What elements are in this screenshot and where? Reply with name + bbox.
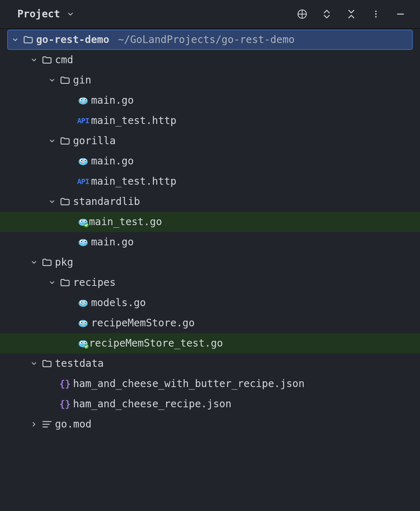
tree-label: cmd xyxy=(55,55,73,65)
svg-point-35 xyxy=(85,301,86,303)
svg-point-28 xyxy=(81,241,82,242)
svg-point-40 xyxy=(81,322,82,323)
chevron-down-icon[interactable] xyxy=(47,198,57,205)
tree-label: testdata xyxy=(55,358,104,369)
tree-label: standardlib xyxy=(73,197,140,207)
tree-row-file[interactable]: go.mod xyxy=(0,414,420,434)
go-file-icon xyxy=(75,297,91,308)
svg-point-10 xyxy=(81,99,82,100)
more-options-icon[interactable] xyxy=(367,5,385,23)
tree-row-folder[interactable]: gin xyxy=(0,70,420,90)
tree-row-file[interactable]: · models.go xyxy=(0,293,420,313)
tree-row-file[interactable]: · recipeMemStore.go xyxy=(0,313,420,333)
chevron-down-icon[interactable] xyxy=(67,10,74,18)
folder-icon xyxy=(57,75,73,86)
project-toolbar: Project xyxy=(0,0,420,29)
svg-point-3 xyxy=(375,10,377,12)
go-file-icon xyxy=(75,237,91,248)
chevron-down-icon[interactable] xyxy=(10,36,20,43)
tree-label: main_test.go xyxy=(89,217,162,227)
minimize-icon[interactable] xyxy=(392,5,409,23)
tree-label: go-rest-demo xyxy=(36,35,109,45)
tree-row-folder[interactable]: cmd xyxy=(0,50,420,70)
folder-icon xyxy=(39,55,55,65)
svg-point-7 xyxy=(79,97,88,104)
tree-label: pkg xyxy=(55,257,73,267)
svg-point-12 xyxy=(82,101,84,103)
tree-row-file[interactable]: · {} ham_and_cheese_recipe.json xyxy=(0,394,420,414)
chevron-down-icon[interactable] xyxy=(29,360,39,367)
tree-label: recipes xyxy=(73,278,116,288)
select-opened-file-icon[interactable] xyxy=(293,5,311,23)
tree-label: main.go xyxy=(91,237,134,247)
chevron-down-icon[interactable] xyxy=(29,259,39,266)
tree-row-file[interactable]: · API main_test.http xyxy=(0,111,420,131)
svg-point-5 xyxy=(375,16,377,17)
folder-icon xyxy=(20,34,36,45)
svg-point-36 xyxy=(82,304,84,305)
tree-row-file[interactable]: · main.go xyxy=(0,90,420,111)
svg-point-23 xyxy=(85,220,86,222)
tree-label: ham_and_cheese_with_butter_recipe.json xyxy=(73,379,305,389)
project-panel: Project go-rest-demo xyxy=(0,0,420,434)
tree-label: recipeMemStore_test.go xyxy=(89,338,223,348)
project-tree: go-rest-demo ~/GoLandProjects/go-rest-de… xyxy=(0,29,420,434)
tree-row-file[interactable]: · main.go xyxy=(0,232,420,252)
tree-row-file[interactable]: · API main_test.http xyxy=(0,171,420,192)
chevron-down-icon[interactable] xyxy=(29,56,39,64)
tree-label: recipeMemStore.go xyxy=(91,318,195,328)
tree-row-file[interactable]: · main.go xyxy=(0,151,420,171)
svg-point-41 xyxy=(85,322,86,323)
tree-row-file[interactable]: · recipeMemStore_test.go xyxy=(0,333,420,353)
go-file-icon xyxy=(75,156,91,167)
json-file-icon: {} xyxy=(57,379,73,388)
folder-icon xyxy=(39,257,55,268)
chevron-right-icon[interactable] xyxy=(29,421,39,428)
api-file-icon: API xyxy=(75,178,91,185)
tree-row-file[interactable]: · main_test.go xyxy=(0,212,420,232)
svg-point-11 xyxy=(85,99,86,100)
tree-label: main_test.http xyxy=(91,176,176,186)
tree-row-folder[interactable]: testdata xyxy=(0,353,420,374)
chevron-down-icon[interactable] xyxy=(47,279,57,286)
json-file-icon: {} xyxy=(57,399,73,409)
folder-icon xyxy=(57,136,73,146)
tree-label: main.go xyxy=(91,156,134,166)
svg-point-37 xyxy=(79,320,88,327)
tree-row-folder[interactable]: recipes xyxy=(0,272,420,293)
svg-point-34 xyxy=(81,301,82,303)
svg-point-13 xyxy=(79,158,88,165)
tree-label: models.go xyxy=(91,298,146,308)
svg-point-47 xyxy=(85,342,86,343)
tree-path: ~/GoLandProjects/go-rest-demo xyxy=(118,35,295,45)
svg-point-18 xyxy=(82,162,84,163)
svg-point-31 xyxy=(79,300,88,307)
tree-row-folder[interactable]: pkg xyxy=(0,252,420,272)
collapse-all-icon[interactable] xyxy=(343,5,360,23)
svg-point-29 xyxy=(85,241,86,242)
gomod-file-icon xyxy=(39,419,55,430)
tree-label: ham_and_cheese_recipe.json xyxy=(73,399,231,409)
api-file-icon: API xyxy=(75,117,91,124)
svg-point-22 xyxy=(81,220,82,222)
svg-point-46 xyxy=(81,342,82,343)
svg-point-25 xyxy=(79,239,88,246)
project-title[interactable]: Project xyxy=(17,9,60,19)
tree-label: main_test.http xyxy=(91,116,176,126)
tree-label: main.go xyxy=(91,95,134,106)
svg-point-30 xyxy=(82,243,84,244)
tree-row-folder[interactable]: standardlib xyxy=(0,192,420,212)
folder-icon xyxy=(57,277,73,288)
expand-collapse-icon[interactable] xyxy=(318,5,335,23)
folder-icon xyxy=(57,196,73,207)
chevron-down-icon[interactable] xyxy=(47,77,57,84)
tree-row-root[interactable]: go-rest-demo ~/GoLandProjects/go-rest-de… xyxy=(7,30,413,50)
tree-label: go.mod xyxy=(55,419,91,429)
svg-point-16 xyxy=(81,160,82,161)
tree-label: gorilla xyxy=(73,136,116,146)
tree-row-file[interactable]: · {} ham_and_cheese_with_butter_recipe.j… xyxy=(0,374,420,394)
chevron-down-icon[interactable] xyxy=(47,137,57,145)
go-file-icon xyxy=(75,318,91,328)
tree-row-folder[interactable]: gorilla xyxy=(0,131,420,151)
tree-label: gin xyxy=(73,75,91,85)
